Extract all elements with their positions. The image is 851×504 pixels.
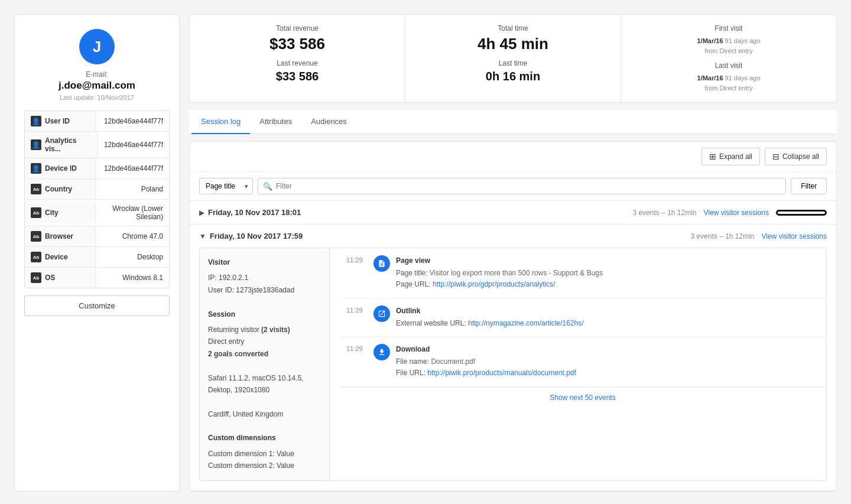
right-panel: Total revenue $33 586 Last revenue $33 5… xyxy=(189,14,837,492)
session-row-2: ▼ Friday, 10 Nov 2017 17:59 3 events – 1… xyxy=(190,225,836,491)
visitor-goals: 2 goals converted xyxy=(208,348,321,360)
email-label: E-mail: xyxy=(86,70,108,79)
attr-key: 👤 Device ID xyxy=(25,158,96,178)
attr-key-label: Analytics vis... xyxy=(45,136,92,153)
session-1-date: Friday, 10 Nov 2017 18:01 xyxy=(208,208,632,217)
expand-all-button[interactable]: ⊞ Expand all xyxy=(701,148,760,165)
collapse-all-label: Collapse all xyxy=(782,152,819,161)
filter-button[interactable]: Filter xyxy=(791,178,827,194)
attr-type-icon: 👤 xyxy=(31,163,41,174)
visitor-info-panel: Visitor IP: 192.0.2.1 User ID: 1273jste1… xyxy=(200,248,330,480)
tab-session-log[interactable]: Session log xyxy=(191,110,250,134)
session-section-title: Session xyxy=(208,308,321,320)
attr-row: Ab OS Windows 8.1 xyxy=(25,268,169,288)
event-row-outlink: 11:29 Outlink External website URL: http… xyxy=(339,298,826,337)
attr-type-icon: Ab xyxy=(31,231,41,242)
visitor-location: Cardiff, United Kingdom xyxy=(208,408,321,420)
stats-row: Total revenue $33 586 Last revenue $33 5… xyxy=(189,14,837,103)
user-profile-area: J E-mail: j.doe@mail.com Last update: 10… xyxy=(24,29,170,101)
attr-type-icon: 👤 xyxy=(31,139,41,150)
session-toolbar: ⊞ Expand all ⊟ Collapse all xyxy=(190,142,836,172)
last-revenue-value: $33 586 xyxy=(202,70,393,83)
download-icon xyxy=(373,344,390,360)
attr-key-label: User ID xyxy=(45,117,70,125)
attr-type-icon: Ab xyxy=(31,272,41,283)
stat-card-visits: First visit 1/Mar/16 91 days ago from Di… xyxy=(621,14,837,103)
total-revenue-value: $33 586 xyxy=(202,35,393,53)
attr-key: Ab Country xyxy=(25,179,96,199)
attr-type-icon: Ab xyxy=(31,207,41,218)
total-time-value: 4h 45 min xyxy=(417,35,609,53)
event-row-download: 11:29 Download File name: Document.pdf xyxy=(339,337,826,387)
event-time-1: 11:29 xyxy=(346,255,368,264)
expand-all-label: Expand all xyxy=(719,152,752,161)
session-content: Visitor IP: 192.0.2.1 User ID: 1273jste1… xyxy=(199,248,827,481)
session-1-header[interactable]: ▶ Friday, 10 Nov 2017 18:01 3 events – 1… xyxy=(190,201,836,224)
tabs-bar: Session log Attributes Audiences xyxy=(189,110,837,134)
view-sessions-link-1[interactable]: View visitor sessions xyxy=(704,209,769,217)
visitor-userid: User ID: 1273jste1836adad xyxy=(208,284,321,296)
tab-attributes[interactable]: Attributes xyxy=(250,110,301,134)
first-visit-detail: 1/Mar/16 91 days ago from Direct entry xyxy=(633,36,824,56)
attr-key: Ab City xyxy=(25,203,96,223)
attr-value: Poland xyxy=(96,180,169,198)
collapse-all-icon: ⊟ xyxy=(772,152,779,161)
visitor-ip: IP: 192.0.2.1 xyxy=(208,272,321,284)
event-time-3: 11:29 xyxy=(346,344,368,352)
visitor-source: Direct entry xyxy=(208,336,321,347)
filter-row: Page title 🔍 Filter xyxy=(190,172,836,201)
tab-audiences[interactable]: Audiences xyxy=(301,110,356,134)
event-sub-pageview: Page title: Visitor log export more than… xyxy=(396,268,819,290)
pageview-url[interactable]: http://piwik.pro/gdpr/products/analytics… xyxy=(433,280,555,288)
last-visit-detail: 1/Mar/16 91 days ago from Direct entry xyxy=(633,73,824,93)
session-row-1: ▶ Friday, 10 Nov 2017 18:01 3 events – 1… xyxy=(190,201,836,225)
filter-input-wrapper: 🔍 xyxy=(258,178,786,194)
attr-type-icon: Ab xyxy=(31,184,41,194)
event-details-download: Download File name: Document.pdf File UR… xyxy=(396,344,819,379)
event-title-outlink: Outlink xyxy=(396,305,819,317)
show-more-button[interactable]: Show next 50 events xyxy=(339,387,826,408)
event-details-pageview: Page view Page title: Visitor log export… xyxy=(396,255,819,291)
attr-key-label: Browser xyxy=(45,232,73,240)
email-value: j.doe@mail.com xyxy=(59,80,135,92)
last-time-value: 0h 16 min xyxy=(417,70,609,83)
last-revenue-label: Last revenue xyxy=(202,59,393,67)
download-url[interactable]: http://piwik.pro/products/manuals/docume… xyxy=(427,369,576,377)
attr-value: Chrome 47.0 xyxy=(96,227,169,245)
attr-type-icon: 👤 xyxy=(31,116,41,126)
last-update: Last update: 10/Nov/2017 xyxy=(60,94,134,101)
attr-row: Ab Device Desktop xyxy=(25,247,169,268)
attr-key-label: City xyxy=(45,209,59,217)
attr-value: Wrocław (Lower Silesian) xyxy=(96,200,169,226)
view-sessions-link-2[interactable]: View visitor sessions xyxy=(762,232,827,240)
attr-key: 👤 Analytics vis... xyxy=(25,132,98,158)
attr-key-label: Device ID xyxy=(45,164,77,173)
attr-value: Desktop xyxy=(96,248,169,266)
session-2-date: Friday, 10 Nov 2017 17:59 xyxy=(210,232,691,240)
total-time-label: Total time xyxy=(417,24,609,32)
event-sub-download: File name: Document.pdf File URL: http:/… xyxy=(396,356,819,379)
filter-select[interactable]: Page title xyxy=(199,178,253,194)
session-events-panel: 11:29 Page view Page title: Visitor log … xyxy=(339,248,826,480)
visitor-section-title: Visitor xyxy=(208,256,321,268)
session-2-header[interactable]: ▼ Friday, 10 Nov 2017 17:59 3 events – 1… xyxy=(190,225,836,248)
session-1-meta: 3 events – 1h 12min xyxy=(632,209,696,217)
attr-value: Windows 8.1 xyxy=(96,269,169,287)
outlink-url[interactable]: http://nymagazine.com/article/162hs/ xyxy=(468,319,583,327)
last-time-label: Last time xyxy=(417,59,609,67)
stat-card-revenue: Total revenue $33 586 Last revenue $33 5… xyxy=(189,14,405,103)
attributes-table: 👤 User ID 12bde46ae444f77f 👤 Analytics v… xyxy=(24,110,170,288)
visitor-device: Dektop, 1920x1080 xyxy=(208,384,321,396)
attr-key: 👤 User ID xyxy=(25,111,96,131)
collapse-all-button[interactable]: ⊟ Collapse all xyxy=(765,148,827,165)
customize-button[interactable]: Customize xyxy=(24,295,170,316)
attr-key-label: OS xyxy=(45,274,55,282)
attr-row: Ab City Wrocław (Lower Silesian) xyxy=(25,200,169,226)
first-visit-label: First visit xyxy=(633,24,824,32)
filter-input[interactable] xyxy=(258,178,786,194)
expand-all-icon: ⊞ xyxy=(709,152,716,161)
pageview-icon xyxy=(373,255,390,272)
attr-row: 👤 Analytics vis... 12bde46ae444f77f xyxy=(25,132,169,158)
attr-key: Ab Browser xyxy=(25,226,96,246)
session-2-expanded: Visitor IP: 192.0.2.1 User ID: 1273jste1… xyxy=(190,248,836,490)
